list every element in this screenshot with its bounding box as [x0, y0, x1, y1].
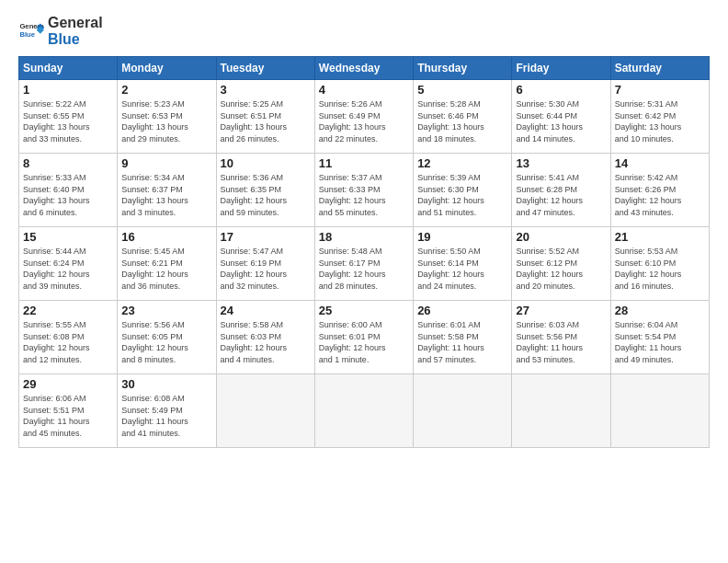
calendar-day-27: 27Sunrise: 6:03 AMSunset: 5:56 PMDayligh…: [512, 301, 610, 374]
calendar-day-12: 12Sunrise: 5:39 AMSunset: 6:30 PMDayligh…: [414, 154, 512, 227]
calendar-empty: [512, 374, 610, 448]
header-saturday: Saturday: [610, 57, 709, 80]
calendar-day-10: 10Sunrise: 5:36 AMSunset: 6:35 PMDayligh…: [216, 154, 314, 227]
calendar-day-7: 7Sunrise: 5:31 AMSunset: 6:42 PMDaylight…: [610, 80, 709, 154]
logo-blue: Blue: [48, 31, 103, 48]
calendar-day-3: 3Sunrise: 5:25 AMSunset: 6:51 PMDaylight…: [216, 80, 314, 154]
calendar-week-1: 1Sunrise: 5:22 AMSunset: 6:55 PMDaylight…: [19, 80, 710, 154]
header-tuesday: Tuesday: [216, 57, 314, 80]
calendar-week-5: 29Sunrise: 6:06 AMSunset: 5:51 PMDayligh…: [19, 374, 710, 448]
header-wednesday: Wednesday: [314, 57, 413, 80]
calendar-day-4: 4Sunrise: 5:26 AMSunset: 6:49 PMDaylight…: [314, 80, 413, 154]
calendar-day-21: 21Sunrise: 5:53 AMSunset: 6:10 PMDayligh…: [610, 227, 709, 301]
main-container: General Blue General Blue Sunday Monday …: [0, 0, 728, 457]
calendar-week-2: 8Sunrise: 5:33 AMSunset: 6:40 PMDaylight…: [19, 154, 710, 227]
calendar-day-26: 26Sunrise: 6:01 AMSunset: 5:58 PMDayligh…: [414, 301, 512, 374]
calendar-day-8: 8Sunrise: 5:33 AMSunset: 6:40 PMDaylight…: [19, 154, 118, 227]
calendar-day-9: 9Sunrise: 5:34 AMSunset: 6:37 PMDaylight…: [118, 154, 216, 227]
calendar-day-16: 16Sunrise: 5:45 AMSunset: 6:21 PMDayligh…: [118, 227, 216, 301]
header-friday: Friday: [512, 57, 610, 80]
calendar-day-25: 25Sunrise: 6:00 AMSunset: 6:01 PMDayligh…: [314, 301, 413, 374]
calendar-day-20: 20Sunrise: 5:52 AMSunset: 6:12 PMDayligh…: [512, 227, 610, 301]
calendar-day-18: 18Sunrise: 5:48 AMSunset: 6:17 PMDayligh…: [314, 227, 413, 301]
calendar-day-11: 11Sunrise: 5:37 AMSunset: 6:33 PMDayligh…: [314, 154, 413, 227]
logo: General Blue General Blue: [18, 15, 103, 47]
calendar-day-30: 30Sunrise: 6:08 AMSunset: 5:49 PMDayligh…: [118, 374, 216, 448]
calendar-empty: [216, 374, 314, 448]
weekday-header-row: Sunday Monday Tuesday Wednesday Thursday…: [19, 57, 710, 80]
calendar-day-23: 23Sunrise: 5:56 AMSunset: 6:05 PMDayligh…: [118, 301, 216, 374]
svg-text:Blue: Blue: [19, 29, 35, 38]
header-sunday: Sunday: [19, 57, 118, 80]
calendar-day-6: 6Sunrise: 5:30 AMSunset: 6:44 PMDaylight…: [512, 80, 610, 154]
calendar-day-13: 13Sunrise: 5:41 AMSunset: 6:28 PMDayligh…: [512, 154, 610, 227]
logo-wordmark: General Blue: [48, 15, 103, 47]
calendar-day-28: 28Sunrise: 6:04 AMSunset: 5:54 PMDayligh…: [610, 301, 709, 374]
calendar-empty: [314, 374, 413, 448]
calendar-day-29: 29Sunrise: 6:06 AMSunset: 5:51 PMDayligh…: [19, 374, 118, 448]
header-monday: Monday: [118, 57, 216, 80]
header-thursday: Thursday: [414, 57, 512, 80]
header: General Blue General Blue: [18, 15, 710, 47]
calendar-empty: [414, 374, 512, 448]
logo-general: General: [48, 15, 103, 31]
calendar-table: Sunday Monday Tuesday Wednesday Thursday…: [18, 56, 710, 448]
calendar-day-2: 2Sunrise: 5:23 AMSunset: 6:53 PMDaylight…: [118, 80, 216, 154]
calendar-day-5: 5Sunrise: 5:28 AMSunset: 6:46 PMDaylight…: [414, 80, 512, 154]
calendar-day-14: 14Sunrise: 5:42 AMSunset: 6:26 PMDayligh…: [610, 154, 709, 227]
calendar-day-22: 22Sunrise: 5:55 AMSunset: 6:08 PMDayligh…: [19, 301, 118, 374]
calendar-day-17: 17Sunrise: 5:47 AMSunset: 6:19 PMDayligh…: [216, 227, 314, 301]
calendar-day-24: 24Sunrise: 5:58 AMSunset: 6:03 PMDayligh…: [216, 301, 314, 374]
calendar-week-3: 15Sunrise: 5:44 AMSunset: 6:24 PMDayligh…: [19, 227, 710, 301]
calendar-week-4: 22Sunrise: 5:55 AMSunset: 6:08 PMDayligh…: [19, 301, 710, 374]
logo-icon: General Blue: [18, 18, 44, 44]
calendar-day-15: 15Sunrise: 5:44 AMSunset: 6:24 PMDayligh…: [19, 227, 118, 301]
calendar-day-19: 19Sunrise: 5:50 AMSunset: 6:14 PMDayligh…: [414, 227, 512, 301]
calendar-empty: [610, 374, 709, 448]
calendar-day-1: 1Sunrise: 5:22 AMSunset: 6:55 PMDaylight…: [19, 80, 118, 154]
